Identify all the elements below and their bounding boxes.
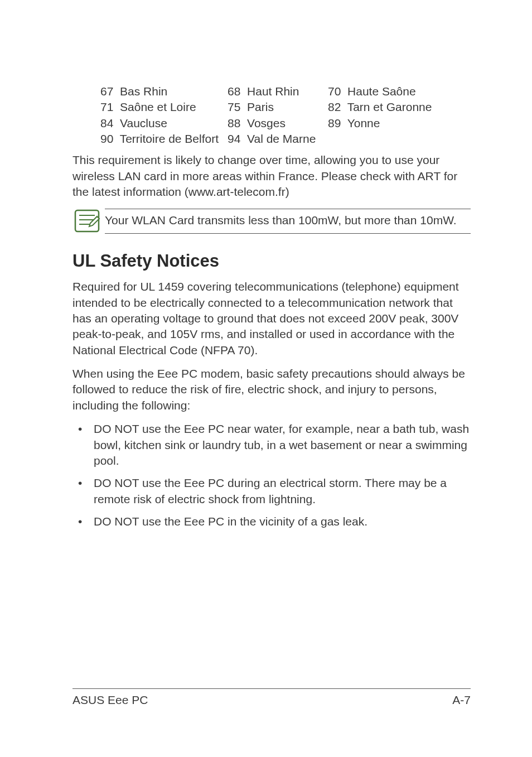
dept-cell: 67 Bas Rhin — [100, 84, 228, 99]
bullet-list: DO NOT use the Eee PC near water, for ex… — [72, 421, 471, 529]
dept-cell: 88 Vosges — [228, 115, 328, 131]
footer-right: A-7 — [452, 693, 471, 707]
list-item: DO NOT use the Eee PC near water, for ex… — [72, 421, 471, 469]
paragraph: Required for UL 1459 covering telecommun… — [72, 279, 471, 358]
dept-cell: 90 Territoire de Belfort — [100, 131, 228, 147]
dept-cell: 82 Tarn et Garonne — [328, 99, 432, 115]
page-footer: ASUS Eee PC A-7 — [72, 688, 471, 707]
note-icon — [74, 208, 100, 234]
dept-cell: 94 Val de Marne — [228, 131, 328, 147]
paragraph: This requirement is likely to change ove… — [72, 152, 471, 200]
section-heading: UL Safety Notices — [72, 251, 471, 271]
dept-cell: 68 Haut Rhin — [228, 84, 328, 99]
dept-cell: 71 Saône et Loire — [100, 99, 228, 115]
list-item: DO NOT use the Eee PC in the vicinity of… — [72, 514, 471, 529]
note-callout: Your WLAN Card transmits less than 100mW… — [72, 208, 471, 234]
footer-left: ASUS Eee PC — [72, 693, 148, 707]
note-text: Your WLAN Card transmits less than 100mW… — [105, 213, 471, 228]
department-table: 67 Bas Rhin 68 Haut Rhin 70 Haute Saône … — [100, 84, 471, 147]
dept-cell: 70 Haute Saône — [328, 84, 416, 99]
paragraph: When using the Eee PC modem, basic safet… — [72, 366, 471, 413]
dept-cell: 89 Yonne — [328, 115, 380, 131]
dept-cell: 75 Paris — [228, 99, 328, 115]
dept-cell: 84 Vaucluse — [100, 115, 228, 131]
list-item: DO NOT use the Eee PC during an electric… — [72, 475, 471, 507]
